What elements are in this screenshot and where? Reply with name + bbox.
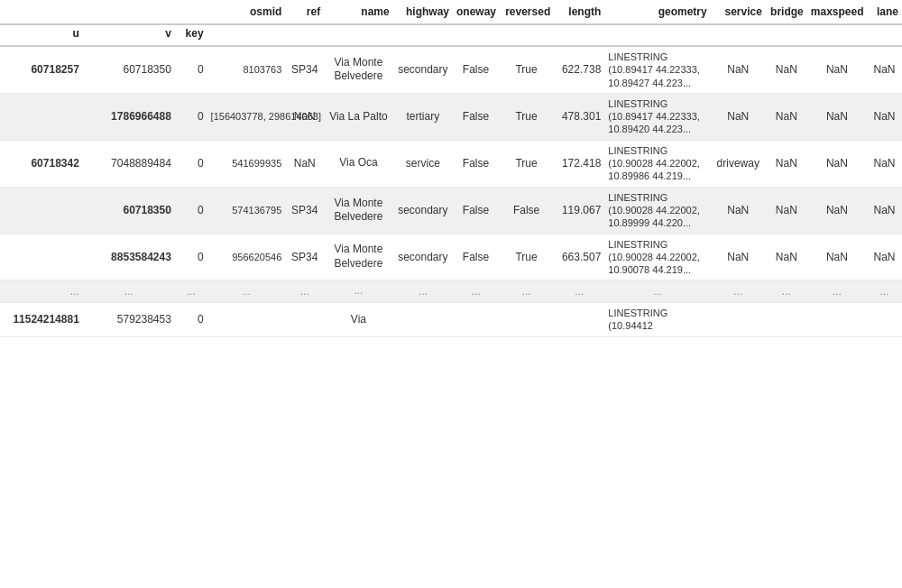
cell-key: 0: [175, 303, 207, 337]
cell-highway: ...: [393, 280, 453, 303]
cell-service: driveway: [711, 140, 766, 187]
cell-geometry: LINESTRING (10.90028 44.22002, 10.89999 …: [604, 187, 710, 234]
cell-length: 622.738: [554, 46, 604, 93]
col-header-maxspeed: maxspeed: [807, 0, 867, 24]
col-header-name: name: [324, 0, 393, 24]
header-spacer: [0, 0, 207, 24]
cell-bridge: NaN: [766, 93, 807, 140]
cell-highway: tertiary: [393, 93, 453, 140]
table-row: 607182576071835008103763SP34Via Monte Be…: [0, 46, 902, 93]
cell-osmid: 8103763: [207, 46, 286, 93]
table-row: 115242148815792384530ViaLINESTRING (10.9…: [0, 303, 902, 337]
table-row: 17869664880[156403778, 298614063]NaNVia …: [0, 93, 902, 140]
cell-ref: ...: [285, 280, 324, 303]
cell-oneway: False: [453, 140, 499, 187]
cell-maxspeed: NaN: [807, 187, 867, 234]
cell-lane: NaN: [867, 46, 902, 93]
data-table: osmid ref name highway oneway reversed l…: [0, 0, 902, 337]
cell-v: 60718350: [83, 187, 175, 234]
data-table-container: osmid ref name highway oneway reversed l…: [0, 0, 902, 337]
cell-geometry: LINESTRING (10.89417 44.22333, 10.89427 …: [604, 46, 710, 93]
cell-u: [0, 187, 83, 234]
cell-oneway: False: [453, 234, 499, 280]
cell-lane: ...: [867, 280, 902, 303]
cell-osmid: [207, 303, 286, 337]
cell-service: [711, 303, 766, 337]
cell-key: 0: [175, 234, 207, 280]
cell-reversed: True: [499, 234, 554, 280]
cell-service: NaN: [711, 93, 766, 140]
cell-oneway: False: [453, 187, 499, 234]
cell-u: 60718342: [0, 140, 83, 187]
cell-ref: SP34: [285, 234, 324, 280]
cell-u: [0, 234, 83, 280]
cell-name: Via Monte Belvedere: [324, 187, 393, 234]
cell-lane: NaN: [867, 234, 902, 280]
cell-v: 8853584243: [83, 234, 175, 280]
cell-name: Via La Palto: [324, 93, 393, 140]
col-header-geometry: geometry: [604, 0, 710, 24]
cell-u: 60718257: [0, 46, 83, 93]
cell-reversed: True: [499, 140, 554, 187]
cell-u: ...: [0, 280, 83, 303]
cell-maxspeed: NaN: [807, 234, 867, 280]
cell-reversed: ...: [499, 280, 554, 303]
cell-name: ...: [324, 280, 393, 303]
col-header-highway: highway: [393, 0, 453, 24]
cell-lane: NaN: [867, 187, 902, 234]
col-header-bridge: bridge: [766, 0, 807, 24]
col-header-length: length: [554, 0, 604, 24]
cell-maxspeed: NaN: [807, 140, 867, 187]
cell-ref: SP34: [285, 46, 324, 93]
col-header-ref: ref: [285, 0, 324, 24]
cell-bridge: [766, 303, 807, 337]
cell-geometry: LINESTRING (10.94412: [604, 303, 710, 337]
cell-key: ...: [175, 280, 207, 303]
cell-key: 0: [175, 93, 207, 140]
col-header-u: u: [0, 24, 83, 46]
cell-service: NaN: [711, 46, 766, 93]
cell-ref: [285, 303, 324, 337]
cell-oneway: ...: [453, 280, 499, 303]
header-row-2: u v key: [0, 24, 902, 46]
table-body: 607182576071835008103763SP34Via Monte Be…: [0, 46, 902, 336]
cell-name: Via Monte Belvedere: [324, 46, 393, 93]
cell-osmid: ...: [207, 280, 286, 303]
cell-osmid: 956620546: [207, 234, 286, 280]
col-header-reversed: reversed: [499, 0, 554, 24]
cell-highway: service: [393, 140, 453, 187]
cell-reversed: [499, 303, 554, 337]
cell-geometry: ...: [604, 280, 710, 303]
cell-length: 119.067: [554, 187, 604, 234]
cell-key: 0: [175, 140, 207, 187]
cell-ref: SP34: [285, 187, 324, 234]
col-header-oneway: oneway: [453, 0, 499, 24]
cell-bridge: NaN: [766, 46, 807, 93]
cell-highway: secondary: [393, 234, 453, 280]
cell-ref: NaN: [285, 140, 324, 187]
cell-oneway: False: [453, 93, 499, 140]
cell-length: 478.301: [554, 93, 604, 140]
col-header-lane: lane: [867, 0, 902, 24]
col-header-osmid: osmid: [207, 0, 286, 24]
table-row: 6071834270488894840541699935NaNVia Ocase…: [0, 140, 902, 187]
cell-v: 7048889484: [83, 140, 175, 187]
cell-v: 579238453: [83, 303, 175, 337]
cell-reversed: True: [499, 46, 554, 93]
cell-bridge: ...: [766, 280, 807, 303]
cell-oneway: [453, 303, 499, 337]
header-row-1: osmid ref name highway oneway reversed l…: [0, 0, 902, 24]
cell-bridge: NaN: [766, 234, 807, 280]
cell-length: [554, 303, 604, 337]
cell-key: 0: [175, 46, 207, 93]
cell-geometry: LINESTRING (10.90028 44.22002, 10.89986 …: [604, 140, 710, 187]
cell-length: 663.507: [554, 234, 604, 280]
col-header-key: key: [175, 24, 207, 46]
cell-geometry: LINESTRING (10.89417 44.22333, 10.89420 …: [604, 93, 710, 140]
cell-osmid: 541699935: [207, 140, 286, 187]
cell-lane: NaN: [867, 93, 902, 140]
cell-highway: secondary: [393, 46, 453, 93]
cell-maxspeed: ...: [807, 280, 867, 303]
cell-name: Via Oca: [324, 140, 393, 187]
col-header-v: v: [83, 24, 175, 46]
